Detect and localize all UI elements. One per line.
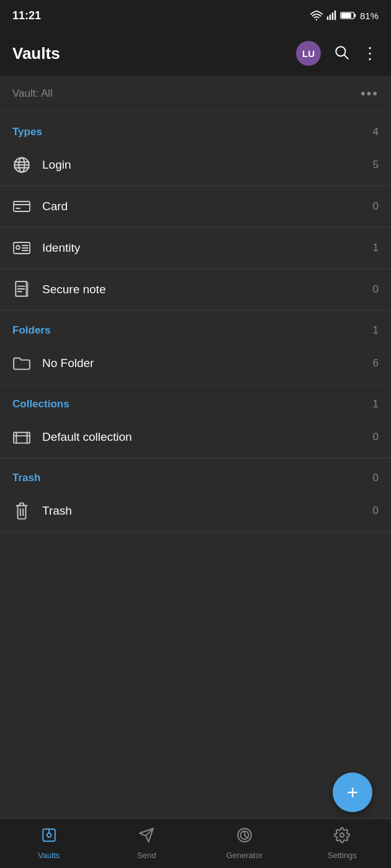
nav-vaults[interactable]: Vaults: [0, 821, 98, 866]
trash-section-header: Trash 0: [0, 458, 391, 490]
no-folder-label: No Folder: [42, 356, 94, 370]
nav-generator[interactable]: Generator: [196, 821, 294, 866]
trash-section-count: 0: [373, 472, 379, 484]
svg-point-0: [316, 19, 318, 20]
generator-nav-icon: [236, 827, 253, 847]
trash-icon: [12, 502, 31, 520]
avatar[interactable]: LU: [296, 41, 321, 66]
collections-section-title: Collections: [12, 398, 70, 410]
card-icon: [12, 197, 31, 216]
svg-rect-7: [341, 13, 351, 18]
folders-section-header: Folders 1: [0, 311, 391, 343]
vaults-nav-icon: [41, 827, 57, 847]
generator-nav-label: Generator: [226, 851, 263, 860]
no-folder-item[interactable]: No Folder 6: [0, 343, 391, 384]
trash-item[interactable]: Trash 0: [0, 490, 391, 532]
identity-count: 1: [373, 242, 379, 254]
status-icons: 81%: [310, 11, 379, 21]
signal-icon: [326, 11, 336, 20]
collections-section-count: 1: [373, 398, 379, 410]
login-label: Login: [42, 158, 71, 172]
settings-nav-icon: [334, 827, 350, 847]
nav-settings[interactable]: Settings: [294, 821, 392, 866]
svg-line-9: [344, 55, 348, 59]
svg-point-39: [340, 833, 344, 838]
nav-send[interactable]: Send: [98, 821, 196, 866]
main-content: Types 4 Login 5: [0, 112, 391, 806]
add-icon: +: [347, 782, 359, 802]
trash-section-title: Trash: [12, 472, 40, 484]
default-collection-count: 0: [373, 431, 379, 443]
svg-rect-4: [335, 11, 336, 20]
svg-point-19: [16, 246, 20, 249]
no-folder-count: 6: [373, 357, 379, 370]
note-icon: [12, 280, 31, 299]
send-nav-icon: [138, 827, 155, 847]
card-label: Card: [42, 200, 68, 213]
svg-rect-15: [14, 202, 30, 211]
bottom-navigation: Vaults Send Generator Settings: [0, 818, 391, 868]
search-icon[interactable]: [333, 44, 349, 63]
globe-icon: [12, 156, 31, 174]
send-nav-label: Send: [137, 851, 156, 860]
card-count: 0: [373, 200, 379, 213]
types-section-title: Types: [12, 126, 42, 138]
vault-label: Vault: All: [12, 87, 53, 100]
login-count: 5: [373, 159, 379, 171]
default-collection-item[interactable]: Default collection 0: [0, 417, 391, 458]
default-collection-label: Default collection: [42, 430, 132, 444]
collections-section-header: Collections 1: [0, 384, 391, 417]
secure-note-count: 0: [373, 283, 379, 296]
folders-section-title: Folders: [12, 324, 50, 337]
vault-more-icon[interactable]: •••: [361, 86, 379, 102]
settings-nav-label: Settings: [328, 851, 357, 860]
trash-label: Trash: [42, 504, 72, 518]
app-header: Vaults LU ⋮: [0, 31, 391, 76]
more-icon[interactable]: ⋮: [362, 45, 379, 61]
status-time: 11:21: [12, 9, 41, 22]
svg-rect-6: [354, 14, 356, 17]
battery-icon: [340, 11, 356, 20]
card-item[interactable]: Card 0: [0, 186, 391, 228]
identity-label: Identity: [42, 241, 80, 255]
page-title: Vaults: [12, 44, 60, 63]
identity-item[interactable]: Identity 1: [0, 228, 391, 269]
collection-icon: [12, 428, 31, 446]
secure-note-item[interactable]: Secure note 0: [0, 269, 391, 311]
types-section-count: 4: [373, 126, 379, 138]
types-section-header: Types 4: [0, 112, 391, 144]
identity-icon: [12, 239, 31, 257]
status-bar: 11:21 81%: [0, 0, 391, 31]
login-item[interactable]: Login 5: [0, 144, 391, 186]
add-fab-button[interactable]: +: [333, 773, 372, 812]
vault-selector-bar[interactable]: Vault: All •••: [0, 76, 391, 112]
svg-rect-1: [327, 17, 328, 20]
svg-rect-2: [330, 14, 331, 20]
folders-section-count: 1: [373, 324, 379, 337]
svg-rect-3: [332, 12, 333, 20]
battery-percent: 81%: [360, 11, 379, 21]
folder-icon: [12, 354, 31, 373]
trash-count: 0: [373, 505, 379, 517]
secure-note-label: Secure note: [42, 283, 106, 296]
vaults-nav-label: Vaults: [38, 851, 60, 860]
header-icons: LU ⋮: [296, 41, 379, 66]
wifi-icon: [310, 11, 323, 20]
